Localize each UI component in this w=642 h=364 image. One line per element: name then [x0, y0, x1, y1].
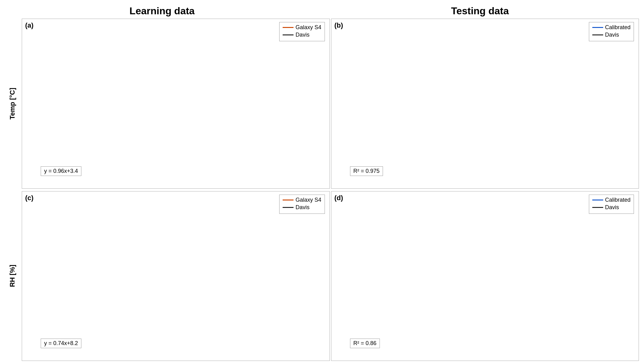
main-container: Learning data Testing data Temp [°C] (a)… — [0, 0, 642, 364]
panel-b-label: (b) — [335, 18, 344, 26]
legend-label-davis-a: Davis — [296, 28, 310, 34]
testing-title: Testing data — [321, 3, 639, 15]
rh-y-label: RH [%] — [8, 265, 16, 287]
legend-galaxy-s4-a: Galaxy S4 — [283, 20, 322, 27]
legend-line-davis-c — [283, 207, 294, 208]
panel-b-r2: R² = 0.975 — [350, 166, 384, 176]
panel-b: (b) Calibrated Davis R² = 0.975 — [331, 15, 640, 188]
legend-davis-d: Davis — [593, 204, 631, 210]
panel-b-legend: Calibrated Davis — [590, 18, 635, 38]
legend-galaxy-s4-c: Galaxy S4 — [283, 196, 322, 203]
panel-a-label: (a) — [25, 18, 34, 26]
title-row: Learning data Testing data — [3, 3, 639, 15]
chart-canvas-a — [22, 15, 330, 185]
legend-label-davis-b: Davis — [606, 28, 620, 34]
panel-c-equation: y = 0.74x+8.2 — [41, 339, 81, 348]
rh-y-label-container: RH [%] — [3, 191, 22, 361]
legend-line-blue-d — [593, 199, 604, 200]
legend-line-orange-c — [283, 199, 294, 200]
legend-label-davis-d: Davis — [606, 204, 620, 210]
legend-line-davis-d — [593, 207, 604, 208]
legend-line-davis-a — [283, 31, 294, 32]
legend-label-davis-c: Davis — [296, 204, 310, 210]
legend-label-galaxy-a: Galaxy S4 — [296, 20, 322, 27]
bottom-row: RH [%] (c) Galaxy S4 Davis y = 0.74x+8.2 — [3, 191, 639, 361]
panel-c-legend: Galaxy S4 Davis — [280, 194, 325, 213]
legend-calibrated-d: Calibrated — [593, 196, 631, 203]
panel-a-equation: y = 0.96x+3.4 — [41, 166, 81, 176]
legend-label-calibrated-b: Calibrated — [606, 20, 631, 27]
temp-y-label: Temp [°C] — [8, 86, 16, 118]
legend-line-davis-b — [593, 31, 604, 32]
panel-d-label: (d) — [335, 194, 344, 202]
panel-a: (a) Galaxy S4 Davis y = 0.96x+3.4 — [22, 15, 330, 188]
legend-line-orange-a — [283, 23, 294, 24]
legend-davis-c: Davis — [283, 204, 322, 210]
legend-label-calibrated-d: Calibrated — [606, 196, 631, 203]
learning-title: Learning data — [3, 3, 321, 15]
charts-area: Temp [°C] (a) Galaxy S4 Davis y = 0.96x+… — [3, 15, 639, 361]
chart-canvas-d — [332, 191, 639, 359]
panel-c-label: (c) — [25, 194, 34, 202]
panel-a-legend: Galaxy S4 Davis — [280, 18, 325, 38]
panel-c: (c) Galaxy S4 Davis y = 0.74x+8.2 — [22, 191, 330, 361]
chart-canvas-c — [22, 191, 330, 357]
legend-line-blue-b — [593, 23, 604, 24]
panel-d-legend: Calibrated Davis — [590, 194, 635, 213]
legend-davis-a: Davis — [283, 28, 322, 34]
top-row: Temp [°C] (a) Galaxy S4 Davis y = 0.96x+… — [3, 15, 639, 188]
panel-d: (d) Calibrated Davis R² = 0.86 — [331, 191, 640, 361]
panel-d-r2: R² = 0.86 — [350, 339, 380, 348]
legend-calibrated-b: Calibrated — [593, 20, 631, 27]
temp-y-label-container: Temp [°C] — [3, 15, 22, 188]
legend-davis-b: Davis — [593, 28, 631, 34]
chart-canvas-b — [332, 15, 639, 187]
legend-label-galaxy-c: Galaxy S4 — [296, 196, 322, 203]
